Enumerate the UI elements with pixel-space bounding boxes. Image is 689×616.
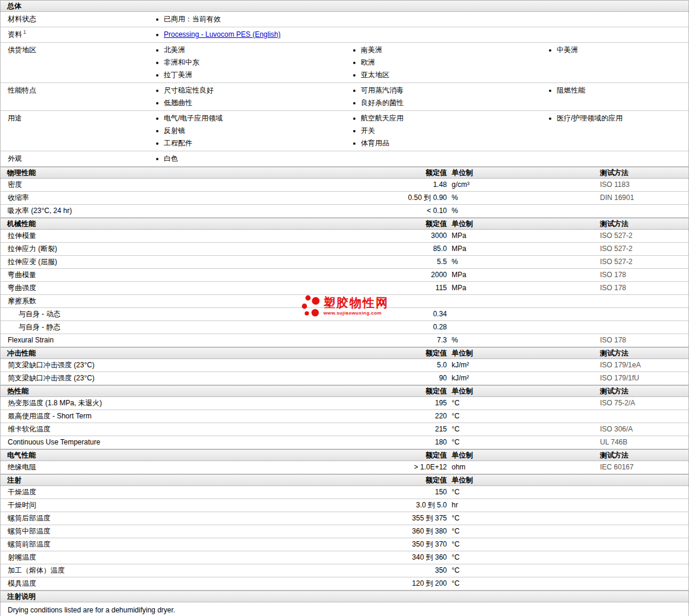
- property-unit: %: [447, 256, 594, 268]
- property-value: 7.3: [280, 334, 447, 347]
- section-header-row: 物理性能额定值单位制测试方法: [1, 167, 688, 179]
- test-method: ISO 178: [594, 269, 688, 281]
- bullet-icon: [353, 102, 355, 104]
- property-value: 195: [280, 397, 447, 409]
- property-row: 螺筒中部温度360 到 380°C: [1, 525, 688, 538]
- col-header-method: [594, 591, 688, 602]
- list-item-label: 北美洲: [164, 44, 185, 56]
- property-value: 355 到 375: [280, 512, 447, 525]
- test-method: [594, 499, 688, 512]
- property-value: 180: [280, 436, 447, 449]
- property-row: 干燥温度150°C: [1, 486, 688, 499]
- property-unit: kJ/m²: [447, 359, 594, 371]
- bullet-row: 供货地区北美洲非洲和中东拉丁美洲南美洲欧洲亚太地区中美洲: [1, 43, 688, 83]
- bullet-list-cell: 医疗/护理领域的应用: [547, 112, 688, 150]
- section-title: 注射: [1, 475, 280, 485]
- col-header-method: 测试方法: [594, 348, 688, 358]
- bullet-icon: [156, 74, 158, 77]
- list-item: 亚太地区: [351, 69, 547, 81]
- list-item-label: 欧洲: [361, 56, 375, 69]
- property-label: 性能特点: [1, 84, 154, 109]
- property-value: 5.0: [280, 359, 447, 371]
- test-method: [594, 205, 688, 217]
- property-unit: %: [447, 192, 594, 204]
- property-row: 与自身 - 静态0.28: [1, 321, 688, 334]
- list-item-label: 中美洲: [557, 44, 578, 56]
- property-unit: [447, 321, 594, 334]
- col-header-rating: 额定值: [280, 348, 447, 358]
- test-method: [594, 486, 688, 498]
- section-header-row: 电气性能额定值单位制测试方法: [1, 449, 688, 461]
- col-header-method: 测试方法: [594, 218, 688, 229]
- property-unit: MPa: [447, 243, 594, 255]
- property-row: 维卡软化温度215°CISO 306/A: [1, 423, 688, 436]
- bullet-icon: [353, 118, 355, 120]
- property-value: > 1.0E+12: [280, 461, 447, 474]
- property-value: 0.34: [280, 308, 447, 320]
- bullet-list-cell: 阻燃性能: [547, 84, 688, 109]
- section-title: 冲击性能: [1, 348, 280, 358]
- property-label: 拉伸模量: [1, 230, 280, 242]
- property-row: 射嘴温度340 到 360°C: [1, 551, 688, 564]
- list-item: 电气/电子应用领域: [154, 112, 351, 125]
- property-row: 吸水率 (23°C, 24 hr)< 0.10%: [1, 205, 688, 218]
- list-item-label: 良好杀的菌性: [361, 97, 404, 109]
- list-item-label: 可用蒸汽消毒: [361, 84, 404, 97]
- test-method: IEC 60167: [594, 461, 688, 474]
- col-header-rating: 额定值: [280, 386, 447, 396]
- property-row: 简支梁缺口冲击强度 (23°C)90kJ/m²ISO 179/1fU: [1, 372, 688, 385]
- property-row: 热变形温度 (1.8 MPa, 未退火)195°CISO 75-2/A: [1, 397, 688, 410]
- bullet-list-cell: 白色: [154, 153, 351, 165]
- test-method: DIN 16901: [594, 192, 688, 204]
- property-value: 2000: [280, 269, 447, 281]
- property-row: 拉伸应变 (屈服)5.5%ISO 527-2: [1, 256, 688, 269]
- property-unit: °C: [447, 551, 594, 564]
- property-label: 螺筒中部温度: [1, 525, 280, 538]
- property-label: 吸水率 (23°C, 24 hr): [1, 205, 280, 217]
- test-method: ISO 179/1eA: [594, 359, 688, 371]
- property-value: 85.0: [280, 243, 447, 255]
- property-unit: [447, 295, 594, 307]
- list-item-label: 亚太地区: [361, 69, 389, 81]
- property-row: 螺筒前部温度350 到 370°C: [1, 538, 688, 551]
- list-item-label: 体育用品: [361, 137, 389, 150]
- bullet-icon: [353, 74, 355, 77]
- property-unit: °C: [447, 436, 594, 449]
- bullet-row: 用途电气/电子应用领域反射镜工程配件航空航天应用开关体育用品医疗/护理领域的应用: [1, 111, 688, 151]
- bullet-list-cell: 尺寸稳定性良好低翘曲性: [154, 84, 351, 109]
- test-method: [594, 577, 688, 590]
- test-method: [594, 321, 688, 334]
- list-item-label: 电气/电子应用领域: [164, 112, 223, 125]
- section-title: 物理性能: [1, 167, 280, 178]
- property-row: 绝缘电阻> 1.0E+12ohmIEC 60167: [1, 461, 688, 474]
- test-method: ISO 527-2: [594, 243, 688, 255]
- bullet-icon: [353, 90, 355, 92]
- property-value: < 0.10: [280, 205, 447, 217]
- bullet-icon: [353, 142, 355, 145]
- property-unit: MPa: [447, 282, 594, 294]
- list-item-label: 已商用：当前有效: [164, 13, 221, 26]
- property-unit: °C: [447, 397, 594, 409]
- datasheet-link[interactable]: Processing - Luvocom PES (English): [164, 28, 281, 41]
- bullet-list-cell: 南美洲欧洲亚太地区: [351, 44, 547, 81]
- list-item: 开关: [351, 125, 547, 137]
- col-header-unit: 单位制: [447, 450, 594, 461]
- property-row: 摩擦系数: [1, 295, 688, 308]
- property-value: 360 到 380: [280, 525, 447, 538]
- list-item-label: 工程配件: [164, 137, 192, 150]
- bullet-list-cell: [547, 153, 688, 165]
- list-item: 欧洲: [351, 56, 547, 69]
- property-value: 115: [280, 282, 447, 294]
- property-label: Flexural Strain: [1, 334, 280, 347]
- list-item-label: 拉丁美洲: [164, 69, 192, 81]
- list-item: 良好杀的菌性: [351, 97, 547, 109]
- property-unit: °C: [447, 410, 594, 423]
- list-item-label: 阻燃性能: [557, 84, 585, 97]
- list-item-label: 开关: [361, 125, 375, 137]
- section-header-row: 冲击性能额定值单位制测试方法: [1, 347, 688, 359]
- test-method: [594, 551, 688, 564]
- test-method: ISO 179/1fU: [594, 372, 688, 385]
- bullet-icon: [353, 62, 355, 64]
- property-row: 模具温度120 到 200°C: [1, 577, 688, 590]
- list-item: 低翘曲性: [154, 97, 351, 109]
